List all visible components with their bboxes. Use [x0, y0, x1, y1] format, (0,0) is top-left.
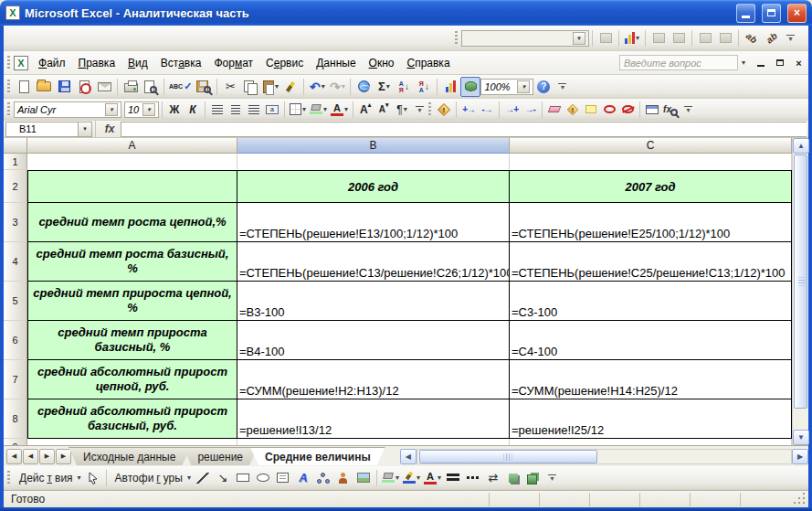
menu-format[interactable]: Формат: [207, 54, 259, 72]
row-header-9[interactable]: 9: [4, 439, 27, 445]
scroll-left-button[interactable]: ◀: [400, 449, 417, 464]
menu-insert[interactable]: Вставка: [154, 54, 208, 72]
cell-a3[interactable]: средний темп роста цепной,%: [27, 203, 237, 242]
arrow-style-button[interactable]: ⇄: [483, 468, 503, 488]
print-preview-button[interactable]: [141, 77, 161, 97]
oval-button[interactable]: [253, 468, 273, 488]
new-button[interactable]: [14, 77, 34, 97]
menu-file[interactable]: Файл: [32, 54, 72, 72]
select-objects-button[interactable]: [83, 468, 103, 488]
chart-type-button[interactable]: ▾: [622, 28, 642, 48]
chevron-down-icon[interactable]: ▾: [105, 103, 118, 116]
merge-center-button[interactable]: a: [263, 101, 281, 119]
chart-objects-combo[interactable]: ▾: [461, 30, 589, 47]
format-painter-button[interactable]: [280, 77, 301, 97]
arrow-button[interactable]: ↘: [213, 468, 233, 488]
insert-picture-button[interactable]: [353, 468, 374, 488]
fill-color-button[interactable]: ▾: [380, 468, 401, 488]
wordart-button[interactable]: A: [293, 468, 313, 488]
toolbar-options-button[interactable]: ▾: [681, 106, 695, 113]
copy-button[interactable]: [240, 77, 260, 97]
open-button[interactable]: [34, 77, 54, 97]
redo-button[interactable]: ↷▾: [327, 77, 347, 97]
fill-color-button[interactable]: ▾: [308, 101, 329, 119]
threed-style-button[interactable]: [523, 468, 543, 488]
error-checking-button[interactable]: !: [435, 101, 453, 119]
vertical-scroll-track[interactable]: [793, 410, 808, 430]
horizontal-scroll-thumb[interactable]: [419, 450, 597, 463]
menu-tools[interactable]: Сервис: [259, 54, 310, 72]
spelling-button[interactable]: ABC✓: [167, 77, 194, 97]
row-header-7[interactable]: 7: [4, 360, 27, 399]
horizontal-scrollbar[interactable]: ◀ ▶: [400, 449, 808, 464]
angle-clockwise-button[interactable]: ab: [762, 28, 782, 48]
cell-b3[interactable]: =СТЕПЕНЬ(решение!E13/100;1/12)*100: [237, 203, 510, 242]
align-right-button[interactable]: [245, 101, 263, 119]
cell-c1[interactable]: [510, 154, 792, 170]
menu-window[interactable]: Окно: [363, 54, 401, 72]
row-header-4[interactable]: 4: [4, 242, 27, 282]
scroll-up-button[interactable]: ▲: [793, 138, 809, 154]
by-column-button[interactable]: [715, 28, 735, 48]
grow-font-button[interactable]: A▴: [356, 101, 374, 119]
next-sheet-button[interactable]: ▶: [39, 449, 55, 464]
bold-button[interactable]: Ж: [165, 101, 184, 119]
name-box-dropdown[interactable]: ▾: [79, 122, 92, 137]
toolbar-options-button[interactable]: ▾: [555, 83, 569, 90]
first-sheet-button[interactable]: ◀: [6, 449, 22, 464]
scroll-right-button[interactable]: ▶: [792, 449, 808, 464]
menu-data[interactable]: Данные: [310, 54, 362, 72]
diagram-button[interactable]: [313, 468, 333, 488]
toolbar-grip[interactable]: [7, 80, 10, 94]
drawing-button[interactable]: [460, 77, 480, 97]
trace-dependents-button[interactable]: →+: [502, 101, 521, 119]
cell-a1[interactable]: [27, 154, 237, 170]
cell-c2[interactable]: 2007 год: [510, 170, 792, 203]
chevron-down-icon[interactable]: ▾: [742, 59, 745, 67]
circle-invalid-data-button[interactable]: [600, 101, 618, 119]
horizontal-scroll-track[interactable]: [417, 449, 792, 464]
save-button[interactable]: [54, 77, 74, 97]
resize-grip[interactable]: [794, 493, 807, 506]
shadow-style-button[interactable]: [503, 468, 523, 488]
column-header-c[interactable]: C: [510, 138, 792, 154]
align-left-button[interactable]: [208, 101, 227, 119]
chart-wizard-button[interactable]: [440, 77, 460, 97]
zoom-combo[interactable]: 100%▾: [480, 79, 533, 95]
cell-c5[interactable]: =C3-100: [510, 282, 792, 321]
italic-button[interactable]: К: [184, 101, 202, 119]
font-name-combo[interactable]: Arial Cyr▾: [14, 101, 121, 118]
permission-button[interactable]: [74, 77, 94, 97]
vertical-scrollbar[interactable]: ▲ ▼: [792, 138, 808, 445]
by-row-button[interactable]: [695, 28, 715, 48]
sheet-tab-averages[interactable]: Средние величины: [250, 447, 385, 465]
toolbar-grip[interactable]: [428, 102, 431, 117]
cell-c7[interactable]: =СУММ(решение!H14:H25)/12: [510, 360, 792, 399]
chevron-down-icon[interactable]: ▾: [142, 103, 155, 116]
cell-b4[interactable]: =СТЕПЕНЬ(решение!C13/решение!C26;1/12)*1…: [237, 242, 510, 282]
font-size-combo[interactable]: 10▾: [124, 101, 159, 118]
comment-button[interactable]: [582, 101, 600, 119]
vertical-scroll-thumb[interactable]: [794, 154, 807, 409]
toolbar-grip[interactable]: [7, 102, 10, 117]
question-input[interactable]: [619, 55, 738, 70]
cell-b2[interactable]: 2006 год: [237, 170, 510, 203]
cell-a7[interactable]: средний абсолютный прирост цепной, руб.: [27, 360, 237, 399]
cell-b6[interactable]: =B4-100: [237, 321, 510, 360]
row-header-8[interactable]: 8: [4, 399, 27, 439]
toolbar-options-button[interactable]: ▾: [413, 106, 427, 113]
undo-button[interactable]: ↶▾: [307, 77, 327, 97]
evaluate-formula-button[interactable]: fx: [661, 101, 680, 119]
toolbar-grip[interactable]: [7, 56, 10, 70]
research-button[interactable]: [194, 77, 214, 97]
row-header-2[interactable]: 2: [4, 170, 27, 203]
cell-c9[interactable]: [510, 439, 792, 445]
draw-menu-button[interactable]: Действия ▾: [14, 468, 83, 488]
clip-art-button[interactable]: [333, 468, 353, 488]
angle-counterclockwise-button[interactable]: ab: [742, 28, 762, 48]
last-sheet-button[interactable]: ▶: [56, 449, 71, 464]
row-header-6[interactable]: 6: [4, 321, 27, 360]
cell-c8[interactable]: =решение!I25/12: [510, 399, 792, 439]
line-color-button[interactable]: ▾: [401, 468, 422, 488]
remove-precedent-arrows-button[interactable]: -→: [478, 101, 496, 119]
